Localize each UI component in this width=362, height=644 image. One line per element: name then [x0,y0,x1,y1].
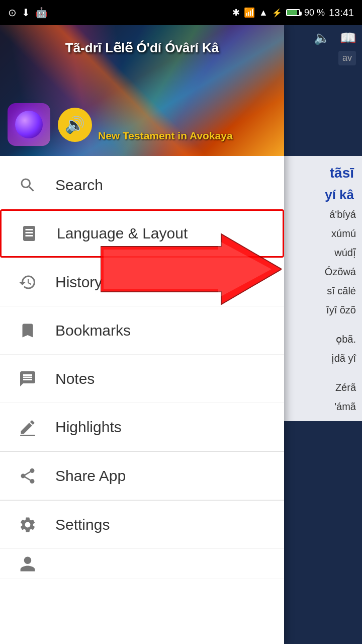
time-display: 13:41 [329,7,354,19]
bluetooth-icon: ✱ [232,7,240,18]
menu-item-highlights[interactable]: Highlights [0,403,284,451]
svg-rect-2 [20,435,35,436]
bookmarks-label: Bookmarks [55,322,131,339]
accent-text: tãsī [288,161,356,185]
banner-title: Tã-drī Lẽlẽ Ó'dí Óvârí Kâ [0,40,284,56]
menu-item-notes[interactable]: Notes [0,355,284,403]
menu-banner-area: Tã-drī Lẽlẽ Ó'dí Óvârí Kâ 🔊 New Testamen… [0,25,284,156]
person-icon [15,551,40,577]
highlights-label: Highlights [55,419,122,436]
battery-indicator [286,9,300,16]
right-panel-text-lines: á'bíyá xúmú wúdị̃ Ózõwá sī cālé īyî õzõ [288,205,356,319]
settings-label: Settings [55,516,110,533]
book-icon [17,221,42,246]
book-open-icon: 📖 [340,30,356,46]
menu-item-extra[interactable] [0,549,284,579]
menu-items-list: Search Language & Layout History [0,156,284,579]
highlights-icon [15,415,40,440]
share-app-label: Share App [55,467,126,485]
history-label: History [55,274,102,291]
menu-drawer: Tã-drī Lẽlẽ Ó'dí Óvârí Kâ 🔊 New Testamen… [0,25,284,644]
menu-item-bookmarks[interactable]: Bookmarks [0,306,284,355]
right-panel-text3: Zérã 'ámã [288,378,356,416]
download-icon: ⬇ [22,7,30,19]
speaker-icon: 🔊 [58,108,92,142]
search-icon [15,173,40,198]
share-icon [15,463,40,489]
status-bar-left-icons: ⊙ ⬇ 🤖 [8,7,48,19]
bookmark-icon [15,318,40,343]
right-panel-text2: ọbã. ịdã yî [288,330,356,368]
app-status-icon: ⊙ [8,7,17,19]
menu-item-share-app[interactable]: Share App [0,452,284,500]
history-icon [15,270,40,295]
body-text-line1: yí kâ [288,185,356,205]
speaker-icon-wrapper: 🔊 [58,108,92,142]
app-icon [8,103,50,146]
robot-icon: 🤖 [35,7,48,19]
menu-item-search[interactable]: Search [0,161,284,209]
right-panel-content: 🔈 📖 av tãsī yí kâ á'bíyá xúmú wúdị̃ Ózõw… [282,25,362,644]
language-label: av [338,51,356,65]
signal-icon: ▲ [259,8,268,18]
banner-subtitle: New Testament in Avokaya [98,130,233,142]
status-bar-right: ✱ 📶 ▲ ⚡ 90 % 13:41 [232,7,354,19]
right-panel-body: tãsī yí kâ á'bíyá xúmú wúdị̃ Ózõwá sī cā… [282,156,362,421]
menu-item-settings[interactable]: Settings [0,501,284,549]
right-panel-icons: 🔈 📖 [314,30,356,46]
search-label: Search [55,177,103,194]
notes-icon [15,366,40,391]
settings-icon [15,512,40,537]
lightning-icon: ⚡ [272,8,282,18]
right-panel-header: 🔈 📖 av [282,25,362,156]
wifi-icon: 📶 [244,7,255,18]
volume-icon: 🔈 [314,30,330,46]
red-arrow-annotation [101,231,282,307]
status-bar: ⊙ ⬇ 🤖 ✱ 📶 ▲ ⚡ 90 % 13:41 [0,0,362,25]
notes-label: Notes [55,370,95,387]
battery-percentage: 90 % [304,8,325,18]
app-icon-inner [15,111,43,138]
